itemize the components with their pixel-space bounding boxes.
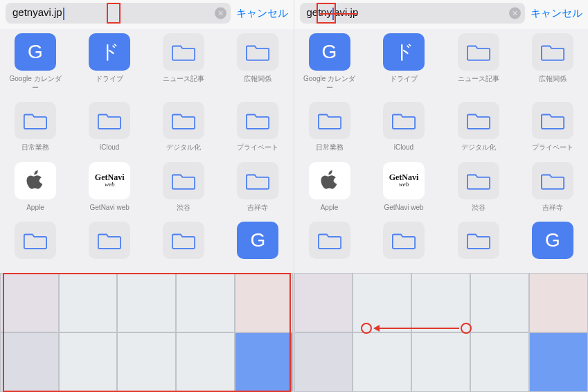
keyboard-key[interactable] — [529, 273, 588, 332]
grid-item[interactable] — [375, 222, 432, 263]
grid-item[interactable]: G — [229, 222, 286, 263]
folder-tile — [458, 33, 499, 71]
folder-tile — [458, 162, 499, 199]
folder-icon — [467, 111, 490, 130]
folder-icon — [467, 42, 490, 62]
folder-tile — [383, 102, 425, 139]
grid-item-label: Apple — [26, 204, 44, 213]
keyboard-key[interactable] — [59, 273, 118, 332]
grid-item[interactable]: デジタル化 — [155, 102, 212, 152]
folder-icon — [467, 231, 490, 250]
folder-tile — [163, 102, 204, 139]
clear-icon[interactable]: ✕ — [215, 8, 226, 19]
grid-item-label: GetNavi web — [90, 204, 130, 213]
keyboard-key[interactable] — [294, 273, 353, 332]
search-row: getnyavi.jp✕キャンセル — [294, 0, 589, 29]
grid-item[interactable] — [155, 222, 212, 263]
grid-item[interactable]: GetNaviwebGetNavi web — [375, 162, 432, 213]
grid-item[interactable]: 日常業務 — [301, 102, 358, 152]
grid-item[interactable]: GGoogle カレンダー — [7, 33, 64, 92]
folder-tile — [163, 222, 204, 259]
keyboard-key[interactable] — [470, 273, 529, 332]
grid-item[interactable]: 吉祥寺 — [524, 162, 581, 213]
grid-item[interactable]: 広報関係 — [229, 33, 286, 92]
keyboard-key[interactable] — [117, 273, 176, 332]
cancel-button[interactable]: キャンセル — [531, 7, 582, 20]
grid-item-label: 日常業務 — [21, 143, 49, 152]
folder-tile — [163, 162, 204, 199]
grid-item-label: ドライブ — [390, 75, 418, 84]
google-g-icon: G — [532, 222, 573, 259]
keyboard-key[interactable] — [176, 332, 235, 392]
keyboard-key[interactable] — [411, 273, 470, 332]
keyboard-key[interactable] — [59, 332, 118, 392]
keyboard-key[interactable] — [0, 273, 59, 332]
grid-item-label: 広報関係 — [539, 75, 567, 84]
folder-icon — [24, 111, 47, 130]
folder-icon — [172, 111, 195, 130]
folder-icon — [172, 231, 195, 250]
folder-tile — [383, 222, 425, 259]
grid-item[interactable]: iCloud — [81, 102, 138, 152]
grid-item[interactable]: ニュース記事 — [450, 33, 507, 92]
folder-icon — [318, 111, 341, 130]
grid-item[interactable] — [7, 222, 64, 263]
keyboard-key[interactable] — [235, 332, 294, 392]
clear-icon[interactable]: ✕ — [509, 8, 521, 19]
search-row: getnyavi.jp✕キャンセル — [0, 0, 294, 29]
grid-item[interactable]: ドドライブ — [81, 33, 138, 92]
grid-item-label: 吉祥寺 — [247, 204, 268, 213]
grid-item[interactable]: 渋谷 — [155, 162, 212, 213]
grid-item[interactable] — [301, 222, 358, 263]
grid-item-label: 広報関係 — [244, 75, 271, 84]
grid-item[interactable]: Apple — [301, 162, 358, 213]
keyboard-key[interactable] — [353, 273, 411, 332]
keyboard-area[interactable] — [0, 273, 294, 392]
grid-item[interactable] — [81, 222, 138, 263]
folder-icon — [246, 111, 269, 130]
grid-item[interactable]: ニュース記事 — [155, 33, 212, 92]
grid-item[interactable]: ドドライブ — [375, 33, 432, 92]
grid-item[interactable]: GetNaviwebGetNavi web — [81, 162, 138, 213]
keyboard-key[interactable] — [117, 332, 176, 392]
folder-icon — [541, 42, 564, 62]
apple-tile — [15, 162, 56, 199]
keyboard-key[interactable] — [294, 332, 353, 392]
folder-icon — [392, 111, 416, 130]
keyboard-key[interactable] — [0, 332, 59, 392]
grid-item[interactable] — [450, 222, 507, 263]
grid-item[interactable]: Apple — [7, 162, 64, 213]
grid-item[interactable]: プライベート — [524, 102, 581, 152]
grid-item[interactable]: iCloud — [375, 102, 432, 152]
grid-item[interactable]: デジタル化 — [450, 102, 507, 152]
keyboard-key[interactable] — [470, 332, 529, 392]
grid-item-label: Apple — [321, 204, 339, 213]
grid-item[interactable]: 広報関係 — [524, 33, 581, 92]
grid-item[interactable]: G — [524, 222, 581, 263]
grid-item-label: 日常業務 — [316, 143, 344, 152]
grid-item[interactable]: プライベート — [229, 102, 286, 152]
getnavi-tile: GetNaviweb — [89, 162, 130, 199]
grid-item-label: 吉祥寺 — [542, 204, 563, 213]
google-g-icon: G — [237, 222, 278, 259]
keyboard-key[interactable] — [529, 332, 588, 392]
cancel-button[interactable]: キャンセル — [236, 7, 288, 20]
grid-item[interactable]: 吉祥寺 — [229, 162, 286, 213]
keyboard-area[interactable] — [294, 273, 589, 392]
search-input[interactable]: getnyavi.jp✕ — [300, 3, 526, 24]
folder-tile — [237, 162, 278, 199]
folder-tile — [309, 222, 350, 259]
grid-item[interactable]: 日常業務 — [7, 102, 64, 152]
search-input[interactable]: getnyavi.jp✕ — [6, 3, 231, 24]
keyboard-key[interactable] — [353, 332, 411, 392]
grid-item[interactable]: GGoogle カレンダー — [301, 33, 358, 92]
grid-item[interactable]: 渋谷 — [450, 162, 507, 213]
keyboard-key[interactable] — [176, 273, 235, 332]
folder-icon — [246, 42, 269, 62]
folder-icon — [24, 231, 47, 250]
keyboard-key[interactable] — [235, 273, 294, 332]
folder-tile — [89, 222, 130, 259]
google-g-icon: G — [309, 33, 350, 71]
keyboard-key[interactable] — [411, 332, 470, 392]
grid-item-label: プライベート — [237, 143, 278, 152]
